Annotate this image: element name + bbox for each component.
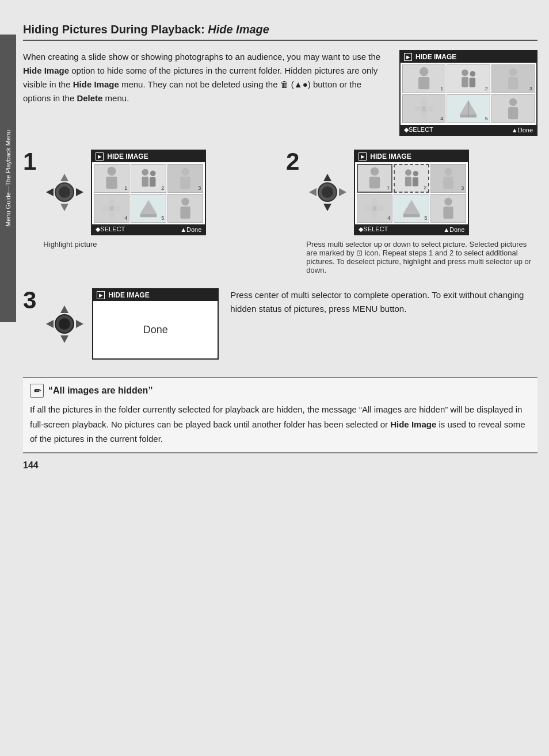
step-2-screen-body: 1 2 3 4 [355,162,468,224]
svg-rect-17 [508,107,518,119]
s1-thumb-5: 5 [131,194,166,223]
s1-done: ▲Done [180,226,201,233]
intro-camera-screen: ▶ HIDE IMAGE 1 [399,50,537,136]
svg-rect-3 [462,77,468,87]
s2-select: ◆SELECT [359,226,388,233]
svg-rect-7 [508,77,518,89]
svg-rect-54 [444,177,453,189]
note-text: If all the pictures in the folder curren… [30,402,531,446]
step-1-number: 1 [23,150,36,174]
svg-rect-25 [106,177,117,189]
step-1-screen-title: HIDE IMAGE [107,152,148,161]
svg-point-24 [108,167,116,175]
s1-select: ◆SELECT [96,226,125,233]
s1-thumb-6 [167,194,203,223]
svg-rect-61 [403,214,420,217]
done-label: ▲Done [512,127,533,133]
svg-marker-19 [60,204,68,211]
svg-rect-52 [413,177,418,186]
svg-point-30 [182,168,189,175]
svg-marker-37 [140,200,157,214]
step-2-content: ▶ HIDE IMAGE 1 2 [306,150,537,274]
svg-point-2 [462,70,468,77]
s2-thumb-5: 5 [394,194,429,223]
svg-point-51 [413,171,418,176]
svg-point-62 [445,198,452,205]
svg-marker-64 [60,306,68,313]
svg-point-28 [150,171,156,177]
svg-rect-5 [470,78,476,87]
svg-point-59 [376,205,384,211]
thumb-3: 3 [491,64,535,93]
svg-point-34 [109,210,115,219]
thumb-5-img [447,95,489,123]
s1-thumb-2: 2 [131,164,166,193]
svg-rect-48 [369,177,380,188]
intro-screen-header: ▶ HIDE IMAGE [401,51,536,63]
step-1-content: ▶ HIDE IMAGE 1 2 [43,150,206,249]
svg-point-6 [509,68,517,76]
page-number: 144 [23,460,537,471]
s2-done: ▲Done [443,226,464,233]
s2-thumb-1: 1 [357,164,392,193]
svg-marker-20 [46,188,54,196]
step-3-selector [43,303,86,346]
s2-thumb-4: 4 [357,194,392,223]
step-1: 1 [23,150,274,274]
step-1-visual: ▶ HIDE IMAGE 1 2 [43,150,206,235]
note-box: ✏ “All images are hidden” If all the pic… [23,377,537,453]
title-main: Hiding Pictures During Playback: [23,23,208,36]
s2-thumb-6 [430,194,466,223]
note-title-text: “All images are hidden” [48,385,152,396]
svg-rect-29 [150,177,156,186]
thumb-1-img [403,65,445,93]
svg-marker-43 [309,188,317,196]
svg-point-4 [470,71,476,77]
svg-point-46 [322,186,333,198]
svg-rect-38 [140,214,157,217]
svg-marker-42 [323,204,331,211]
svg-rect-1 [418,77,429,89]
svg-point-58 [365,205,373,211]
step-1-caption: Highlight picture [43,240,206,249]
step-3-visual: ▶ HIDE IMAGE Done [43,288,219,360]
step-2-caption: Press multi selector up or down to selec… [306,240,537,274]
s1-thumb-1: 1 [94,164,129,193]
step-3-text: Press center of multi selector to comple… [230,288,537,360]
svg-point-53 [445,168,452,175]
thumb-4-img [403,95,445,123]
svg-point-56 [372,198,378,207]
step-3-screen-title: HIDE IMAGE [108,291,149,299]
step-2-screen-footer: ◆SELECT ▲Done [355,224,468,234]
svg-point-26 [142,169,149,176]
svg-rect-63 [444,207,453,219]
thumb-5: 5 [447,94,490,123]
intro-text: When creating a slide show or showing ph… [23,50,388,136]
svg-rect-31 [181,177,190,189]
s1-thumb-4: 4 [94,194,129,223]
intro-screen-body: 1 2 3 [401,63,536,125]
step-3-screen-header: ▶ HIDE IMAGE [93,289,218,301]
step-3-left: 3 ▶ HIDE IMAGE [23,288,219,360]
steps-row-1-2: 1 [23,150,537,274]
svg-rect-40 [181,207,190,219]
step-3-play-icon: ▶ [97,291,105,299]
step-3-section: 3 ▶ HIDE IMAGE [23,288,537,360]
svg-marker-60 [403,200,420,214]
thumb-1: 1 [402,64,445,93]
note-bold-1: Hide Image [390,419,436,429]
side-tab: Menu Guide—The Playback Menu [0,35,16,322]
step-1-selector [43,171,86,214]
s2-thumb-3: 3 [430,164,466,193]
step-1-screen-header: ▶ HIDE IMAGE [92,151,205,162]
page-title: Hiding Pictures During Playback: Hide Im… [23,23,537,41]
svg-marker-18 [60,174,68,181]
step-2-screen-header: ▶ HIDE IMAGE [355,151,468,162]
intro-screen-title: HIDE IMAGE [415,53,456,61]
step-2-screen: ▶ HIDE IMAGE 1 2 [354,150,469,235]
intro-screen-footer: ◆SELECT ▲Done [401,125,536,135]
svg-point-0 [420,67,428,76]
step-3-screen: ▶ HIDE IMAGE Done [92,288,219,360]
thumb-4: 4 [402,94,445,123]
title-italic: Hide Image [208,23,269,36]
